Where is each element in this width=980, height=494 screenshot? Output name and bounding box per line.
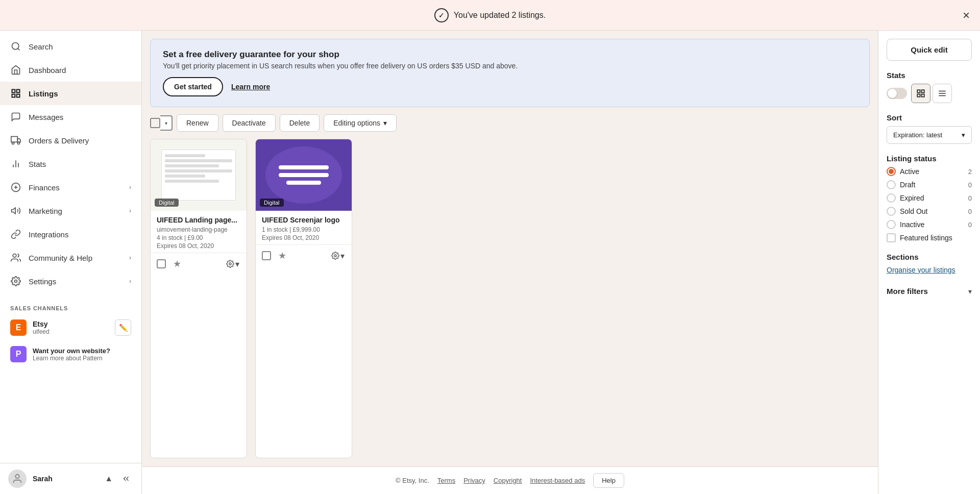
etsy-edit-button[interactable]: ✏️: [115, 319, 131, 336]
svg-point-19: [15, 475, 19, 478]
sidebar-collapse-button[interactable]: [119, 472, 133, 486]
sidebar-item-settings-label: Settings: [29, 277, 56, 286]
featured-listings-option[interactable]: Featured listings: [887, 233, 972, 242]
listing-gear-button-2[interactable]: ▾: [330, 250, 346, 262]
svg-marker-16: [12, 208, 16, 214]
pattern-avatar: P: [10, 346, 27, 362]
learn-more-button[interactable]: Learn more: [229, 77, 272, 96]
sidebar: Search Dashboard Listings: [0, 31, 142, 494]
sidebar-item-orders-label: Orders & Delivery: [29, 136, 89, 145]
soldout-radio: [887, 207, 896, 216]
listing-info-2: UIFEED Screenjar logo 1 in stock | £9,99…: [256, 211, 352, 244]
svg-rect-25: [922, 94, 924, 97]
listing-stock-2: 1 in stock | £9,999.00: [262, 226, 346, 233]
stats-view-buttons: [911, 84, 952, 103]
sort-title: Sort: [887, 113, 972, 122]
active-radio-fill: [889, 169, 894, 174]
quick-edit-button[interactable]: Quick edit: [887, 39, 972, 61]
footer-terms[interactable]: Terms: [437, 477, 455, 484]
footer-ads[interactable]: Interest-based ads: [530, 477, 585, 484]
listing-star-button-2[interactable]: ★: [277, 249, 287, 262]
status-option-inactive[interactable]: Inactive 0: [887, 220, 972, 229]
sidebar-item-search[interactable]: Search: [0, 35, 141, 58]
sidebar-item-messages[interactable]: Messages: [0, 105, 141, 129]
orders-icon: [10, 135, 21, 146]
listing-status-title: Listing status: [887, 154, 972, 163]
sort-dropdown: Expiration: latest ▾: [887, 126, 972, 144]
listings-icon: [10, 88, 21, 99]
listing-footer-1: ★ ▾: [151, 253, 247, 275]
footer-privacy[interactable]: Privacy: [463, 477, 485, 484]
more-filters-label: More filters: [887, 287, 928, 295]
stats-toggle-switch[interactable]: [887, 88, 907, 99]
delete-button[interactable]: Delete: [280, 114, 320, 132]
sales-channel-etsy[interactable]: E Etsy uifeed ✏️: [0, 314, 141, 341]
status-option-soldout[interactable]: Sold Out 0: [887, 207, 972, 216]
close-notification-button[interactable]: ×: [963, 9, 970, 21]
app-layout: Search Dashboard Listings: [0, 31, 980, 494]
listing-image-2: Digital: [256, 139, 352, 211]
promo-banner: Set a free delivery guarantee for your s…: [150, 39, 870, 107]
stats-icon: [10, 158, 21, 169]
list-view-button[interactable]: [933, 84, 952, 103]
listing-star-button-1[interactable]: ★: [172, 257, 182, 270]
draft-count: 0: [968, 181, 972, 189]
search-icon: [10, 41, 21, 52]
stats-section: Stats: [887, 71, 972, 103]
expired-radio: [887, 193, 896, 203]
sidebar-item-listings[interactable]: Listings: [0, 82, 141, 105]
editing-options-label: Editing options: [333, 119, 380, 127]
pattern-info: Want your own website? Learn more about …: [33, 347, 131, 362]
deactivate-button[interactable]: Deactivate: [223, 114, 276, 132]
sidebar-item-marketing[interactable]: Marketing ›: [0, 199, 141, 223]
listing-checkbox-1[interactable]: [157, 259, 166, 268]
status-option-expired[interactable]: Expired 0: [887, 193, 972, 203]
more-filters-button[interactable]: More filters ▾: [887, 285, 972, 298]
status-option-active[interactable]: Active 2: [887, 167, 972, 176]
renew-button[interactable]: Renew: [177, 114, 218, 132]
status-option-draft[interactable]: Draft 0: [887, 180, 972, 189]
right-panel: Quick edit Stats Sort Ex: [878, 31, 980, 494]
sidebar-item-integrations[interactable]: Integrations: [0, 223, 141, 246]
listing-image-1: Digital: [151, 139, 247, 211]
help-button[interactable]: Help: [593, 473, 624, 488]
sidebar-item-stats-label: Stats: [29, 160, 46, 168]
organise-listings-link[interactable]: Organise your listings: [887, 266, 955, 274]
footer-copyright-link[interactable]: Copyright: [494, 477, 522, 484]
etsy-avatar: E: [10, 319, 27, 336]
grid-view-button[interactable]: [911, 84, 930, 103]
svg-rect-6: [11, 137, 17, 142]
svg-point-20: [229, 263, 231, 265]
sidebar-item-community-label: Community & Help: [29, 254, 92, 262]
select-all-wrapper: ▾: [150, 115, 173, 131]
listing-gear-button-1[interactable]: ▾: [225, 258, 240, 270]
sidebar-item-finances[interactable]: Finances ›: [0, 176, 141, 199]
sidebar-item-community[interactable]: Community & Help ›: [0, 246, 141, 269]
svg-point-8: [12, 142, 14, 144]
listing-checkbox-2[interactable]: [262, 251, 271, 260]
sections-title: Sections: [887, 253, 972, 261]
digital-badge-2: Digital: [260, 199, 284, 207]
sidebar-item-search-label: Search: [29, 42, 53, 51]
user-footer[interactable]: Sarah ▲: [0, 463, 141, 494]
etsy-sub: uifeed: [33, 328, 109, 335]
expired-count: 0: [968, 194, 972, 202]
main-footer: © Etsy, Inc. Terms Privacy Copyright Int…: [142, 466, 878, 494]
sidebar-item-marketing-label: Marketing: [29, 207, 62, 215]
sidebar-item-orders[interactable]: Orders & Delivery: [0, 129, 141, 152]
select-all-checkbox[interactable]: [150, 118, 160, 128]
stats-toggle: [887, 84, 972, 103]
etsy-info: Etsy uifeed: [33, 320, 109, 335]
listing-title-2: UIFEED Screenjar logo: [262, 216, 346, 224]
select-all-dropdown[interactable]: ▾: [160, 115, 173, 131]
sidebar-item-dashboard-label: Dashboard: [29, 66, 66, 75]
get-started-button[interactable]: Get started: [163, 77, 223, 96]
promo-content: Set a free delivery guarantee for your s…: [163, 50, 857, 96]
sidebar-item-dashboard[interactable]: Dashboard: [0, 58, 141, 82]
featured-listings-checkbox[interactable]: [887, 233, 896, 242]
editing-options-button[interactable]: Editing options ▾: [324, 114, 397, 132]
sort-dropdown-button[interactable]: Expiration: latest ▾: [887, 126, 972, 144]
sidebar-item-stats[interactable]: Stats: [0, 152, 141, 176]
sales-channel-pattern[interactable]: P Want your own website? Learn more abou…: [0, 341, 141, 367]
sidebar-item-settings[interactable]: Settings ›: [0, 269, 141, 293]
